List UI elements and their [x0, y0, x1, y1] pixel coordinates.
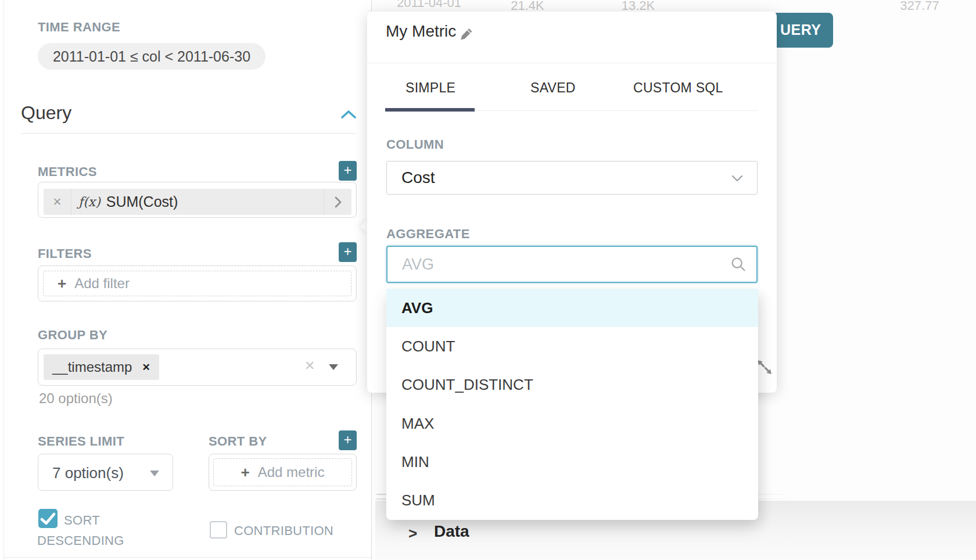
table-cell-date: 2011-04-01: [383, 0, 475, 10]
series-limit-label: SERIES LIMIT: [38, 434, 124, 449]
group-by-tag[interactable]: __timestamp ✕: [44, 354, 159, 380]
option-count-distinct[interactable]: COUNT_DISTINCT: [386, 366, 758, 404]
tab-simple[interactable]: SIMPLE: [406, 80, 455, 96]
add-sort-metric-button[interactable]: + Add metric: [213, 458, 352, 486]
series-limit-value: 7 option(s): [52, 464, 124, 482]
aggregate-label: AGGREGATE: [386, 227, 470, 242]
popover-header-divider: [367, 63, 777, 63]
add-filter-plus-button[interactable]: +: [339, 242, 357, 262]
select-caret-down-icon: [150, 471, 159, 476]
metric-chip-body: ƒ(x) SUM(Cost): [71, 193, 324, 210]
aggregate-options-menu: AVG COUNT COUNT_DISTINCT MAX MIN SUM: [386, 289, 758, 520]
edit-pencil-icon[interactable]: [459, 27, 474, 42]
time-range-label: TIME RANGE: [38, 20, 120, 35]
chevron-down-icon: [731, 174, 743, 182]
active-tab-underline: [385, 108, 475, 112]
option-sum[interactable]: SUM: [386, 482, 758, 520]
option-max[interactable]: MAX: [386, 404, 758, 443]
sort-descending-label: SORT DESCENDING: [37, 510, 142, 551]
aggregate-search-input[interactable]: [386, 246, 758, 283]
plus-icon: +: [241, 464, 250, 482]
time-range-pill[interactable]: 2011-01-01 ≤ col < 2011-06-30: [38, 43, 265, 70]
column-select-value: Cost: [401, 168, 435, 187]
add-sort-metric-plus-button[interactable]: +: [339, 430, 357, 450]
contribution-label: CONTRIBUTION: [234, 523, 333, 539]
option-count[interactable]: COUNT: [386, 327, 758, 365]
search-icon: [730, 256, 747, 273]
remove-metric-icon[interactable]: ✕: [44, 195, 71, 209]
panel-left-border: [3, 0, 4, 560]
group-by-options-hint: 20 option(s): [39, 390, 113, 407]
sort-by-label: SORT BY: [209, 434, 267, 449]
metric-expand-chevron-right-icon[interactable]: [324, 196, 351, 209]
group-by-tag-label: __timestamp: [52, 359, 132, 375]
clear-select-icon[interactable]: ✕: [304, 358, 315, 374]
run-query-label: UERY: [780, 21, 821, 38]
function-icon: ƒ(x): [78, 195, 101, 209]
select-caret-down-icon[interactable]: [329, 364, 338, 370]
panel-bottom-border: [3, 557, 371, 558]
add-metric-plus-button[interactable]: +: [339, 161, 357, 181]
data-panel-title[interactable]: Data: [434, 522, 469, 541]
collapse-section-chevron-up-icon[interactable]: [340, 109, 357, 120]
add-filter-button[interactable]: + Add filter: [43, 271, 351, 296]
metric-chip[interactable]: ✕ ƒ(x) SUM(Cost): [44, 189, 351, 215]
column-label: COLUMN: [386, 137, 444, 152]
popover-title: My Metric: [386, 22, 456, 41]
remove-tag-icon[interactable]: ✕: [142, 361, 150, 374]
group-by-label: GROUP BY: [38, 328, 107, 343]
metrics-label: METRICS: [38, 164, 97, 180]
contribution-checkbox[interactable]: [210, 521, 227, 539]
add-metric-label: Add metric: [258, 464, 325, 480]
query-section-title: Query: [21, 102, 71, 124]
add-filter-label: Add filter: [74, 275, 130, 292]
filters-label: FILTERS: [38, 246, 92, 261]
tab-custom-sql[interactable]: CUSTOM SQL: [633, 80, 723, 96]
data-panel-expand-chevron-icon[interactable]: >: [408, 525, 417, 543]
tab-saved[interactable]: SAVED: [530, 80, 576, 96]
metric-chip-label: SUM(Cost): [106, 193, 178, 210]
option-min[interactable]: MIN: [386, 443, 758, 481]
plus-icon: +: [58, 275, 66, 293]
series-limit-select[interactable]: 7 option(s): [38, 454, 173, 491]
option-avg[interactable]: AVG: [386, 289, 758, 327]
section-divider: [21, 133, 356, 134]
column-select[interactable]: Cost: [386, 161, 758, 195]
query-control-panel: TIME RANGE 2011-01-01 ≤ col < 2011-06-30…: [0, 0, 372, 560]
table-cell-value: 327.77: [876, 0, 963, 13]
chart-explorer-screen: 2011-04-01 00:00:00 21.4K 13.2K 327.77 U…: [0, 0, 976, 560]
